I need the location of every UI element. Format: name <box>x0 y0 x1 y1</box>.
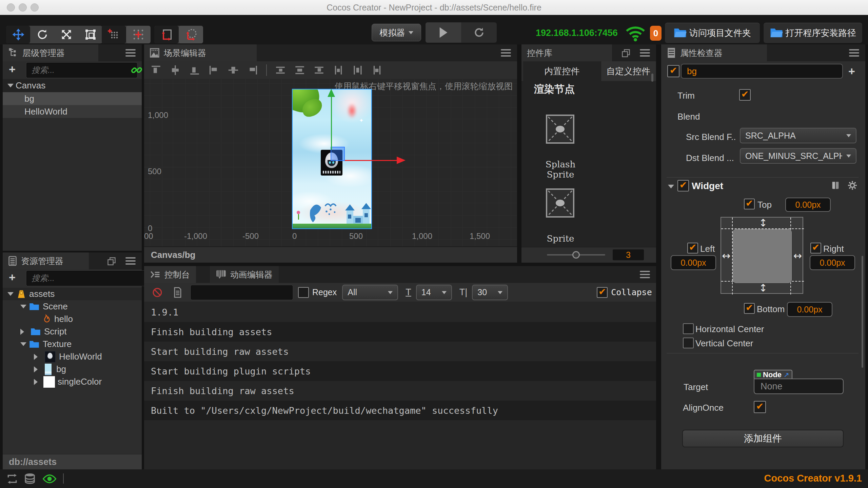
align-hcenter-icon[interactable] <box>228 64 239 76</box>
widget-scrollbar[interactable] <box>651 74 653 82</box>
play-button[interactable] <box>426 22 461 43</box>
distribute-bottom-icon[interactable] <box>313 64 325 76</box>
tree-node-helloworld[interactable]: HelloWorld <box>3 105 142 118</box>
asset-row-script[interactable]: Script <box>3 325 142 338</box>
asset-row-helloworld[interactable]: HelloWorld <box>3 350 142 363</box>
collapse-arrow-icon[interactable] <box>20 342 26 349</box>
log-row[interactable]: 1.9.1 <box>144 302 656 322</box>
world-coordinate-button[interactable] <box>179 26 203 43</box>
rotate-tool-button[interactable] <box>30 26 54 43</box>
log-row[interactable]: Finish building assets <box>144 322 656 342</box>
add-asset-button[interactable]: + <box>9 271 16 283</box>
sprite-icon[interactable] <box>546 188 574 218</box>
align-once-checkbox[interactable] <box>754 401 766 413</box>
anchor-gizmo-box[interactable] <box>331 147 345 161</box>
node-name-input[interactable]: bg <box>681 64 843 79</box>
add-node-button[interactable]: + <box>9 63 16 75</box>
align-top-icon[interactable] <box>150 64 162 76</box>
console-menu-button[interactable] <box>640 271 650 278</box>
widget-item-label[interactable]: Splash Sprite <box>538 159 583 180</box>
link-scene-icon[interactable] <box>131 64 142 76</box>
scale-tool-button[interactable] <box>54 26 78 43</box>
assets-search-input[interactable]: 搜索... <box>26 271 149 286</box>
assets-tab[interactable]: 资源管理器 <box>3 252 89 269</box>
align-left-icon[interactable] <box>208 64 220 76</box>
collapse-checkbox[interactable] <box>597 287 608 298</box>
sync-icon[interactable] <box>6 473 18 484</box>
left-checkbox[interactable] <box>687 243 698 253</box>
widget-menu-button[interactable] <box>640 49 650 57</box>
widget-enabled-checkbox[interactable] <box>677 180 689 191</box>
scene-viewport[interactable]: 使用鼠标右键平移视窗焦点，使用滚轮缩放视图 1,000 500 0 00 -1,… <box>144 79 517 247</box>
move-tool-button[interactable] <box>6 26 30 43</box>
console-filter-input[interactable] <box>191 285 293 300</box>
widget-collapse-arrow[interactable] <box>668 185 674 191</box>
asset-row-texture[interactable]: Texture <box>3 338 142 350</box>
new-window-icon[interactable] <box>621 48 631 58</box>
open-project-folder-button[interactable]: 访问项目文件夹 <box>665 22 760 43</box>
inspector-tab[interactable]: 属性检查器 <box>661 44 767 61</box>
line-height-dropdown[interactable]: 30 <box>472 285 508 300</box>
expand-arrow-icon[interactable] <box>34 379 41 385</box>
open-install-path-button[interactable]: 打开程序安装路径 <box>763 22 863 43</box>
console-tab[interactable]: 控制台 <box>144 266 196 283</box>
bottom-value[interactable]: 0.00px <box>787 302 832 317</box>
collapse-arrow-icon[interactable] <box>7 292 14 299</box>
anchor-mode-button[interactable] <box>126 26 151 43</box>
expand-arrow-icon[interactable] <box>34 354 41 360</box>
open-log-file-icon[interactable] <box>173 287 182 298</box>
zoom-value[interactable]: 3 <box>613 249 644 260</box>
regex-checkbox[interactable] <box>298 287 309 298</box>
database-icon[interactable] <box>24 473 35 485</box>
scene-menu-button[interactable] <box>501 49 511 57</box>
inspector-menu-button[interactable] <box>849 49 859 57</box>
add-component-button[interactable]: 添加组件 <box>682 430 844 447</box>
top-checkbox[interactable] <box>744 199 755 209</box>
simulator-dropdown[interactable]: 模拟器 <box>372 24 421 41</box>
bottom-checkbox[interactable] <box>744 303 755 314</box>
tree-node-canvas[interactable]: Canvas <box>3 79 142 92</box>
collapse-arrow-icon[interactable] <box>20 305 26 311</box>
rect-tool-button[interactable] <box>78 26 102 43</box>
log-row[interactable]: Start building plugin scripts <box>144 361 656 381</box>
new-window-icon[interactable] <box>107 257 116 266</box>
trim-checkbox[interactable] <box>739 89 751 101</box>
right-value[interactable]: 0.00px <box>810 255 855 270</box>
distribute-hcenter-icon[interactable] <box>352 64 363 76</box>
splash-sprite-icon[interactable] <box>546 115 574 144</box>
tab-custom-widgets[interactable]: 自定义控件 <box>601 61 655 81</box>
gear-icon[interactable] <box>848 181 857 190</box>
src-blend-dropdown[interactable]: SRC_ALPHA <box>740 128 856 143</box>
x-axis-gizmo[interactable] <box>345 160 397 161</box>
inspector-scrollbar[interactable] <box>862 256 863 368</box>
error-count-badge[interactable]: 0 <box>650 26 662 41</box>
left-value[interactable]: 0.00px <box>671 255 716 270</box>
external-link-icon[interactable]: ↗ <box>784 371 789 379</box>
top-value[interactable]: 0.00px <box>785 198 831 212</box>
widget-item-label[interactable]: Sprite <box>538 233 583 244</box>
local-coordinate-button[interactable] <box>154 26 179 43</box>
asset-row-assets[interactable]: assets <box>3 288 142 300</box>
hierarchy-menu-button[interactable] <box>125 49 136 57</box>
log-row[interactable]: Start building raw assets <box>144 342 656 361</box>
log-row[interactable]: Built to "/Users/cxlg/NewProject/build/w… <box>144 401 656 420</box>
asset-row-bg[interactable]: bg <box>3 363 142 375</box>
distribute-vcenter-icon[interactable] <box>294 64 305 76</box>
distribute-top-icon[interactable] <box>275 64 286 76</box>
pivot-mode-button[interactable] <box>102 26 126 43</box>
hierarchy-tab[interactable]: 层级管理器 <box>3 44 98 61</box>
widget-library-tab[interactable]: 控件库 <box>521 44 612 61</box>
target-value-input[interactable]: None <box>754 379 844 394</box>
preview-eye-icon[interactable] <box>43 474 56 484</box>
asset-row-hello[interactable]: hello <box>3 313 142 325</box>
expand-arrow-icon[interactable] <box>20 329 27 335</box>
align-vcenter-icon[interactable] <box>170 64 181 76</box>
asset-row-singlecolor[interactable]: singleColor <box>3 375 142 388</box>
horizontal-center-checkbox[interactable] <box>683 323 694 334</box>
assets-menu-button[interactable] <box>125 257 136 265</box>
align-right-icon[interactable] <box>247 64 258 76</box>
distribute-left-icon[interactable] <box>333 64 344 76</box>
scene-tab[interactable]: 场景编辑器 <box>144 44 257 61</box>
refresh-button[interactable] <box>461 22 497 43</box>
collapse-arrow-icon[interactable] <box>7 84 14 90</box>
